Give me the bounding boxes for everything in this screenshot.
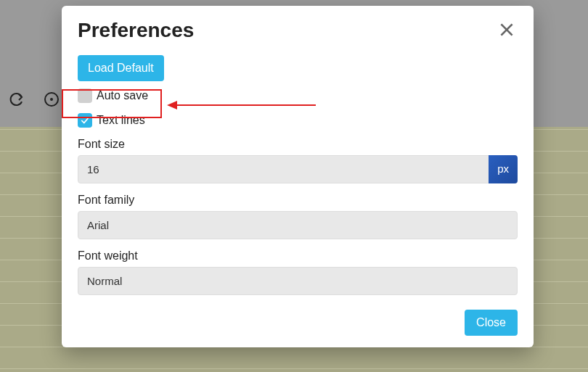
grid-line — [0, 368, 588, 369]
font-size-label: Font size — [78, 138, 518, 151]
font-weight-label: Font weight — [78, 249, 518, 263]
load-default-button[interactable]: Load Default — [78, 55, 164, 81]
font-family-input[interactable] — [78, 211, 518, 239]
svg-point-1 — [51, 99, 52, 100]
auto-save-label: Auto save — [97, 89, 148, 102]
auto-save-checkbox[interactable] — [78, 88, 92, 103]
font-size-unit: px — [489, 155, 518, 183]
text-lines-checkbox[interactable] — [78, 113, 92, 128]
font-weight-input[interactable] — [78, 267, 518, 295]
font-family-label: Font family — [78, 194, 518, 207]
close-icon[interactable] — [496, 19, 518, 44]
target-icon[interactable] — [43, 91, 60, 111]
modal-title: Preferences — [78, 19, 194, 42]
close-button[interactable]: Close — [465, 310, 518, 336]
text-lines-label: Text lines — [97, 114, 145, 127]
preferences-modal: Preferences Load Default Auto save Text … — [62, 6, 534, 347]
redo-icon[interactable] — [7, 91, 25, 111]
font-size-input[interactable] — [78, 155, 491, 183]
